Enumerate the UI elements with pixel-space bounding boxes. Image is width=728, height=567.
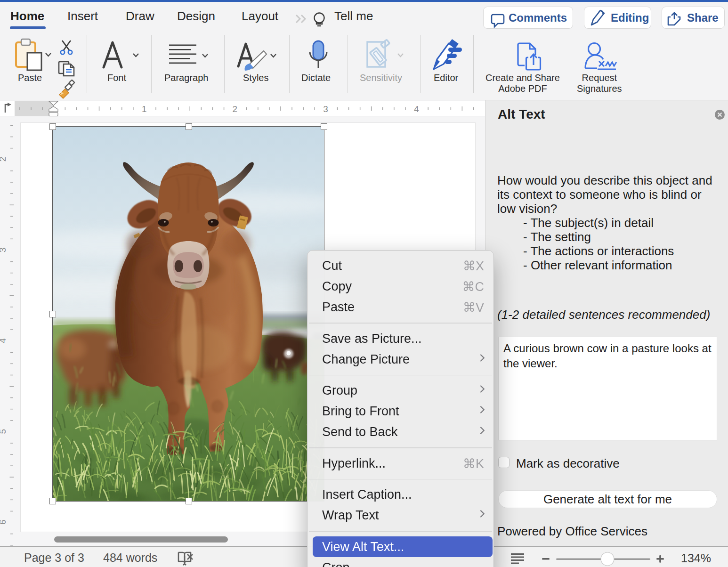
svg-text:4: 4 xyxy=(0,338,8,343)
svg-text:4: 4 xyxy=(414,104,419,114)
svg-text:3: 3 xyxy=(0,247,8,252)
svg-text:2: 2 xyxy=(0,157,8,162)
svg-text:6: 6 xyxy=(0,520,8,525)
svg-text:5: 5 xyxy=(0,429,8,434)
svg-text:2: 2 xyxy=(233,104,238,114)
svg-text:1: 1 xyxy=(142,104,147,114)
svg-text:3: 3 xyxy=(323,104,328,114)
